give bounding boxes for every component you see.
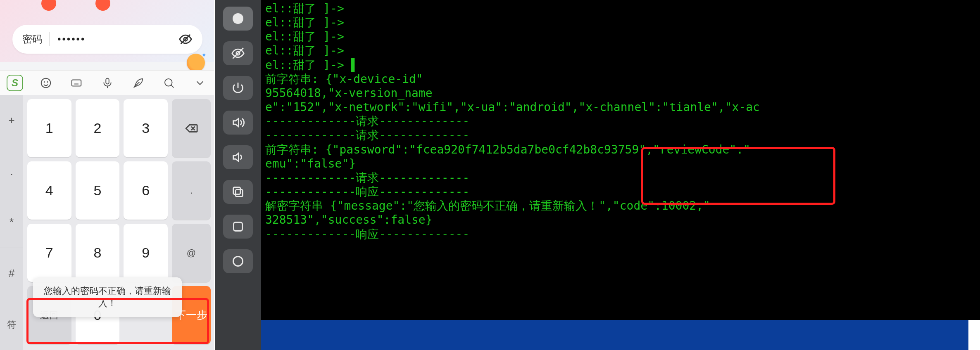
keyboard-icon[interactable] [67, 74, 86, 92]
key-7[interactable]: 7 [27, 224, 71, 282]
panel-divider [214, 0, 215, 350]
avatar-icon[interactable] [187, 54, 205, 72]
power-icon [231, 81, 245, 95]
search-icon[interactable] [160, 74, 178, 92]
svg-rect-5 [72, 80, 81, 86]
ime-logo[interactable]: S [6, 74, 24, 92]
svg-point-13 [165, 79, 172, 86]
bottom-blue-bar [261, 320, 968, 350]
visibility-toggle-icon[interactable] [178, 32, 193, 46]
svg-rect-21 [235, 189, 243, 196]
visibility-off-button[interactable] [223, 41, 253, 65]
phone-emulator-panel: 密码 •••••• S + . * # 符 [0, 0, 215, 350]
power-button[interactable] [223, 76, 253, 100]
key-period[interactable]: . [172, 161, 211, 220]
volume-down-button[interactable] [223, 145, 253, 169]
password-label: 密码 [22, 33, 42, 46]
sym-hash[interactable]: # [0, 248, 23, 299]
sym-star[interactable]: * [0, 197, 23, 248]
key-9[interactable]: 9 [124, 224, 168, 282]
backspace-key[interactable] [172, 99, 211, 157]
ime-toolbar: S [0, 70, 215, 95]
record-dot-icon [233, 13, 243, 24]
key-1[interactable]: 1 [27, 99, 71, 157]
volume-up-button[interactable] [223, 111, 253, 135]
terminal-panel: el::甜了 ]-> el::甜了 ]-> el::甜了 ]-> el::甜了 … [261, 0, 980, 350]
sym-dot[interactable]: . [0, 146, 23, 197]
feather-icon[interactable] [129, 74, 147, 92]
svg-point-4 [47, 81, 48, 82]
password-value[interactable]: •••••• [57, 33, 178, 45]
decorative-dots [41, 0, 110, 11]
svg-marker-20 [233, 153, 239, 161]
sym-more[interactable]: 符 [0, 299, 23, 350]
svg-line-14 [171, 85, 174, 88]
record-button[interactable] [223, 7, 253, 31]
key-4[interactable]: 4 [27, 161, 71, 220]
field-divider [50, 32, 50, 46]
copy-button[interactable] [223, 180, 253, 204]
svg-marker-19 [233, 118, 239, 127]
microphone-icon[interactable] [98, 74, 117, 92]
emoji-icon[interactable] [37, 74, 55, 92]
chevron-down-icon[interactable] [191, 74, 209, 92]
app-login-area: 密码 •••••• [0, 0, 215, 62]
terminal-output[interactable]: el::甜了 ]-> el::甜了 ]-> el::甜了 ]-> el::甜了 … [261, 0, 980, 350]
svg-point-3 [44, 81, 44, 82]
square-icon [233, 222, 243, 232]
sym-plus[interactable]: + [0, 95, 23, 146]
volume-down-icon [231, 150, 245, 164]
home-button[interactable] [223, 249, 253, 273]
svg-rect-10 [106, 78, 109, 84]
key-8[interactable]: 8 [76, 224, 120, 282]
key-2[interactable]: 2 [76, 99, 120, 157]
bottom-white-strip [968, 320, 980, 350]
error-toast: 您输入的密码不正确，请重新输入！ [33, 277, 182, 317]
svg-point-2 [41, 78, 50, 88]
eye-off-icon [231, 46, 245, 60]
overview-button[interactable] [223, 215, 253, 239]
key-3[interactable]: 3 [124, 99, 168, 157]
password-field-container[interactable]: 密码 •••••• [12, 25, 202, 54]
symbol-column: + . * # 符 [0, 95, 23, 350]
key-5[interactable]: 5 [76, 161, 120, 220]
svg-rect-22 [233, 187, 240, 194]
copy-icon [231, 185, 245, 199]
key-at[interactable]: @ [172, 224, 211, 282]
key-6[interactable]: 6 [124, 161, 168, 220]
circle-icon [233, 256, 243, 267]
emulator-sidebar [215, 0, 261, 350]
volume-up-icon [231, 116, 245, 130]
